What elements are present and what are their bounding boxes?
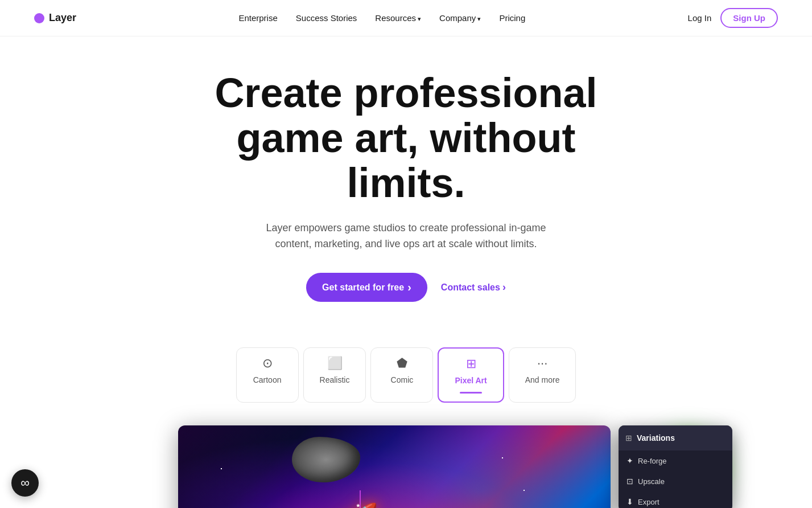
upscale-icon: ⊡ [626, 477, 633, 486]
pixel-art-icon: ⊞ [466, 357, 476, 371]
export-icon: ⬇ [626, 497, 633, 506]
logo-text: Layer [49, 12, 76, 24]
tab-comic[interactable]: ⬟ Comic [370, 347, 433, 403]
demo-area: 🚀 ✳ ✳ a red fighter spaceship ↑ [0, 414, 812, 508]
var-export[interactable]: ⬇ Export [619, 491, 732, 508]
variations-title: Variations [637, 433, 675, 443]
nav-pricing[interactable]: Pricing [499, 13, 525, 23]
connector-vertical [360, 490, 361, 508]
nav-resources[interactable]: Resources [375, 13, 421, 23]
logo[interactable]: Layer [34, 12, 76, 24]
tab-realistic-label: Realistic [320, 375, 350, 384]
var-reforge-label: Re-forge [638, 457, 667, 465]
variations-grid-icon: ⊞ [625, 433, 632, 443]
style-tabs: ⊙ Cartoon ⬜ Realistic ⬟ Comic ⊞ Pixel Ar… [207, 347, 605, 403]
nav-company[interactable]: Company [439, 13, 481, 23]
tab-active-indicator [460, 392, 482, 394]
get-started-button[interactable]: Get started for free [306, 273, 427, 302]
nav-success-stories[interactable]: Success Stories [296, 13, 357, 23]
var-reforge[interactable]: ✦ Re-forge [619, 450, 732, 471]
tab-pixel-art[interactable]: ⊞ Pixel Art [438, 347, 504, 403]
space-background: 🚀 [178, 425, 611, 508]
live-chat-button[interactable]: ∞ [11, 469, 39, 497]
var-export-label: Export [638, 498, 660, 506]
hero-title: Create professional game art, without li… [179, 71, 634, 206]
chat-icon: ∞ [20, 476, 30, 490]
nav-links: Enterprise Success Stories Resources Com… [238, 13, 525, 23]
nav-enterprise[interactable]: Enterprise [238, 13, 277, 23]
hero-buttons: Get started for free Contact sales [11, 273, 801, 302]
hero-section: Create professional game art, without li… [0, 36, 812, 325]
var-upscale[interactable]: ⊡ Upscale [619, 471, 732, 491]
cartoon-icon: ⊙ [262, 356, 273, 371]
realistic-icon: ⬜ [327, 356, 343, 371]
comic-icon: ⬟ [397, 356, 407, 371]
navbar: Layer Enterprise Success Stories Resourc… [0, 0, 812, 36]
stars-effect [178, 425, 611, 508]
nav-right: Log In Sign Up [688, 8, 778, 28]
logo-icon [34, 13, 44, 23]
tab-cartoon[interactable]: ⊙ Cartoon [236, 347, 299, 403]
var-upscale-label: Upscale [638, 477, 665, 486]
variations-header: ⊞ Variations [619, 425, 732, 450]
reforge-icon: ✦ [626, 456, 633, 465]
tab-pixel-art-label: Pixel Art [455, 376, 487, 385]
tab-comic-label: Comic [391, 375, 414, 384]
tab-cartoon-label: Cartoon [253, 375, 282, 384]
tab-and-more-label: And more [525, 375, 560, 384]
login-button[interactable]: Log In [688, 13, 712, 23]
signup-button[interactable]: Sign Up [720, 8, 778, 28]
contact-sales-button[interactable]: Contact sales [441, 281, 506, 293]
tab-realistic[interactable]: ⬜ Realistic [303, 347, 366, 403]
variations-panel: ⊞ Variations ✦ Re-forge ⊡ Upscale ⬇ Expo… [619, 425, 732, 508]
and-more-icon: ··· [537, 356, 547, 371]
hero-subtitle: Layer empowers game studios to create pr… [258, 220, 554, 253]
variations-header-row: ⊞ Variations [625, 431, 726, 445]
tab-and-more[interactable]: ··· And more [509, 347, 576, 403]
